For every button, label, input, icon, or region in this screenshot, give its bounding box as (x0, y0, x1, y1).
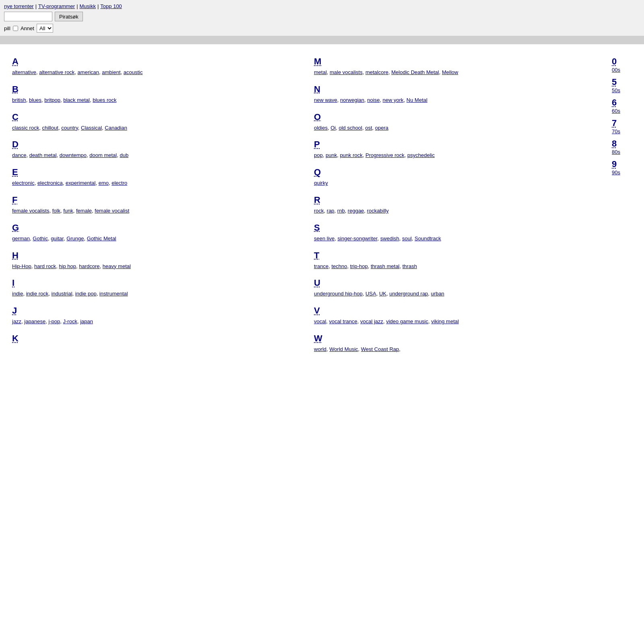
genre-punk[interactable]: punk (326, 152, 337, 158)
decade-80s-link[interactable]: 80s (612, 149, 636, 155)
genre-uk[interactable]: UK (379, 291, 386, 297)
decade-70s-link[interactable]: 70s (612, 128, 636, 134)
genre-hip-hop[interactable]: Hip-Hop (12, 263, 31, 269)
genre-thrash-metal[interactable]: thrash metal (371, 263, 400, 269)
genre-viking-metal[interactable]: viking metal (431, 318, 459, 324)
genre-seen-live[interactable]: seen live (314, 235, 334, 242)
genre-dance[interactable]: dance (12, 152, 26, 158)
genre-britpop[interactable]: britpop (44, 97, 60, 103)
genre-hardcore[interactable]: hardcore (79, 263, 99, 269)
genre-trance[interactable]: trance (314, 263, 328, 269)
nav-link-topp100[interactable]: Topp 100 (100, 3, 122, 9)
genre-alternative[interactable]: alternative (12, 69, 36, 75)
genre-ost[interactable]: ost (365, 125, 372, 131)
genre-classical[interactable]: Classical (81, 125, 102, 131)
genre-indie-pop[interactable]: indie pop (75, 291, 97, 297)
genre-death-metal[interactable]: death metal (29, 152, 57, 158)
genre-female-vocalists[interactable]: female vocalists (12, 208, 49, 214)
genre-funk[interactable]: funk (63, 208, 73, 214)
decade-50s-link[interactable]: 50s (612, 87, 636, 93)
genre-black-metal[interactable]: black metal (63, 97, 90, 103)
nav-link-nye-torrenter[interactable]: nye torrenter (4, 3, 34, 9)
genre-noise[interactable]: noise (367, 97, 380, 103)
genre-industrial[interactable]: industrial (52, 291, 72, 297)
genre-german[interactable]: german (12, 235, 30, 242)
search-button[interactable]: Piratsøk (55, 12, 83, 21)
genre-video-game-music[interactable]: video game music (386, 318, 428, 324)
annet-checkbox[interactable] (13, 26, 18, 31)
genre-oi[interactable]: Oi (330, 125, 336, 131)
genre-male-vocalists[interactable]: male vocalists (330, 69, 363, 75)
genre-world-music[interactable]: World Music (329, 346, 358, 352)
genre-guitar[interactable]: guitar (51, 235, 64, 242)
genre-singer-songwriter[interactable]: singer-songwriter (338, 235, 378, 242)
genre-soundtrack[interactable]: Soundtrack (415, 235, 441, 242)
genre-vocal-jazz[interactable]: vocal jazz (360, 318, 383, 324)
genre-opera[interactable]: opera (375, 125, 388, 131)
genre-electro[interactable]: electro (111, 180, 127, 186)
genre-progressive-rock[interactable]: Progressive rock (365, 152, 405, 158)
genre-mellow[interactable]: Mellow (442, 69, 458, 75)
genre-doom-metal[interactable]: doom metal (89, 152, 117, 158)
genre-rock[interactable]: rock (314, 208, 324, 214)
genre-metal[interactable]: metal (314, 69, 327, 75)
decade-90s-link[interactable]: 90s (612, 169, 636, 175)
genre-old-school[interactable]: old school (339, 125, 362, 131)
genre-gothic-metal[interactable]: Gothic Metal (87, 235, 116, 242)
search-input[interactable] (4, 12, 52, 21)
genre-canadian[interactable]: Canadian (105, 125, 127, 131)
genre-grunge[interactable]: Grunge (66, 235, 84, 242)
genre-acoustic[interactable]: acoustic (124, 69, 143, 75)
genre-american[interactable]: american (78, 69, 99, 75)
nav-link-musikk[interactable]: Musikk (80, 3, 96, 9)
genre-indie-rock[interactable]: indie rock (26, 291, 49, 297)
genre-nu-metal[interactable]: Nu Metal (407, 97, 427, 103)
genre-blues-rock[interactable]: blues rock (93, 97, 116, 103)
genre-west-coast-rap[interactable]: West Coast Rap (361, 346, 399, 352)
decade-00s-link[interactable]: 00s (612, 67, 636, 73)
genre-pop[interactable]: pop (314, 152, 323, 158)
genre-usa[interactable]: USA (365, 291, 376, 297)
genre-soul[interactable]: soul (402, 235, 412, 242)
genre-j-pop[interactable]: j-pop (48, 318, 60, 324)
genre-hip-hop2[interactable]: hip hop (59, 263, 76, 269)
genre-downtempo[interactable]: downtempo (60, 152, 87, 158)
genre-reggae[interactable]: reggae (348, 208, 364, 214)
decade-60s-link[interactable]: 60s (612, 108, 636, 114)
genre-heavy-metal[interactable]: heavy metal (103, 263, 131, 269)
genre-new-wave[interactable]: new wave (314, 97, 337, 103)
genre-new-york[interactable]: new york (383, 97, 404, 103)
genre-quirky[interactable]: quirky (314, 180, 328, 186)
genre-psychedelic[interactable]: psychedelic (407, 152, 435, 158)
genre-japan[interactable]: japan (80, 318, 93, 324)
genre-trip-hop[interactable]: trip-hop (350, 263, 368, 269)
genre-gothic[interactable]: Gothic (33, 235, 48, 242)
genre-emo[interactable]: emo (99, 180, 109, 186)
genre-vocal-trance[interactable]: vocal trance (329, 318, 357, 324)
genre-instrumental[interactable]: instrumental (99, 291, 128, 297)
genre-blues[interactable]: blues (29, 97, 41, 103)
category-select[interactable]: All (37, 24, 53, 33)
genre-country[interactable]: country (61, 125, 78, 131)
genre-female[interactable]: female (76, 208, 92, 214)
genre-alternative-rock[interactable]: alternative rock (39, 69, 74, 75)
genre-rnb[interactable]: rnb (337, 208, 345, 214)
genre-hard-rock[interactable]: hard rock (34, 263, 56, 269)
genre-j-rock[interactable]: J-rock (63, 318, 77, 324)
genre-rap[interactable]: rap (327, 208, 334, 214)
genre-female-vocalist[interactable]: female vocalist (95, 208, 129, 214)
genre-melodic-death-metal[interactable]: Melodic Death Metal (391, 69, 439, 75)
genre-techno[interactable]: techno (331, 263, 347, 269)
genre-vocal[interactable]: vocal (314, 318, 326, 324)
genre-world[interactable]: world (314, 346, 326, 352)
genre-oldies[interactable]: oldies (314, 125, 328, 131)
genre-jazz[interactable]: jazz (12, 318, 21, 324)
genre-classic-rock[interactable]: classic rock (12, 125, 39, 131)
genre-ambient[interactable]: ambient (102, 69, 120, 75)
genre-punk-rock[interactable]: punk rock (340, 152, 362, 158)
genre-chillout[interactable]: chillout (42, 125, 58, 131)
nav-link-tv-programmer[interactable]: TV-programmer (38, 3, 75, 9)
genre-norwegian[interactable]: norwegian (340, 97, 364, 103)
genre-underground-rap[interactable]: underground rap (389, 291, 428, 297)
genre-japanese[interactable]: japanese (24, 318, 45, 324)
